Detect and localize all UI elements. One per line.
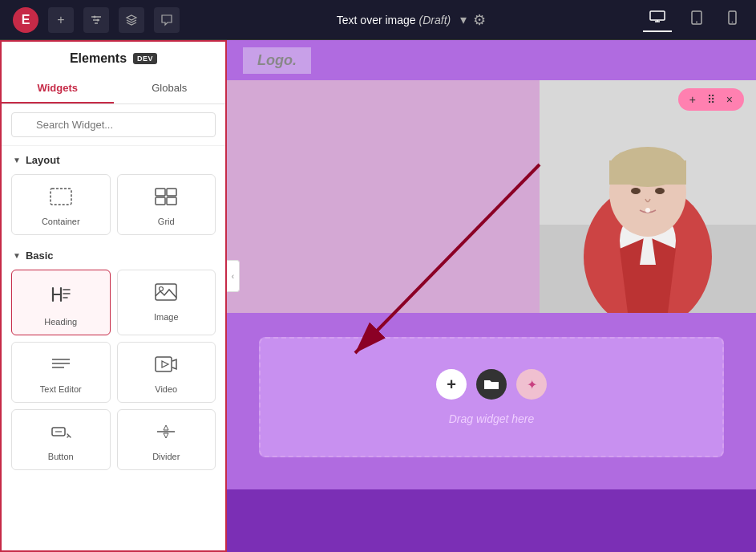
topbar-right <box>643 7 743 32</box>
svg-rect-13 <box>51 189 71 205</box>
sidebar-collapse-toggle[interactable]: ‹ <box>227 260 240 292</box>
layers-icon <box>125 14 138 26</box>
drag-folder-button[interactable] <box>476 369 507 400</box>
sidebar-title: Elements <box>70 51 127 66</box>
widget-text-editor[interactable]: Text Editor <box>11 342 111 403</box>
button-icon <box>50 423 72 445</box>
svg-point-3 <box>94 15 96 18</box>
canvas-image-area <box>227 80 756 313</box>
search-container: 🔍 <box>2 104 225 146</box>
sidebar-header: Elements DEV <box>2 42 225 66</box>
filters-icon <box>90 14 103 26</box>
add-button[interactable]: + <box>48 7 74 33</box>
dev-badge: DEV <box>133 53 157 64</box>
section-close-button[interactable]: × <box>723 91 736 108</box>
widget-image[interactable]: Image <box>117 270 216 335</box>
image-icon <box>155 283 177 306</box>
svg-point-40 <box>645 208 650 213</box>
svg-point-38 <box>631 188 641 194</box>
mobile-icon <box>728 10 737 25</box>
drag-sparkle-button[interactable]: ✦ <box>516 369 547 400</box>
divider-label: Divider <box>152 452 180 461</box>
text-editor-icon <box>50 355 72 378</box>
basic-widgets-grid: Heading Image <box>2 266 225 477</box>
canvas-top-section <box>227 80 756 313</box>
chat-icon <box>160 14 173 26</box>
svg-point-39 <box>655 188 665 194</box>
layout-widgets-grid: Container Grid <box>2 171 225 242</box>
grid-icon <box>155 188 177 210</box>
tablet-icon <box>691 10 702 25</box>
section-grid-button[interactable]: ⠿ <box>704 91 718 108</box>
canvas-area: Logo. + ⠿ × <box>227 40 756 552</box>
section-basic-label: Basic <box>26 250 54 262</box>
drag-add-button[interactable]: + <box>436 369 467 400</box>
container-icon <box>50 188 72 210</box>
section-layout-label: Layout <box>26 154 60 166</box>
basic-caret: ▼ <box>13 251 21 260</box>
topbar-left: E + <box>13 7 180 33</box>
video-label: Video <box>155 384 177 394</box>
widget-heading[interactable]: Heading <box>11 270 111 335</box>
section-add-button[interactable]: + <box>686 91 699 108</box>
desktop-view-button[interactable] <box>643 7 672 32</box>
svg-rect-18 <box>156 284 176 300</box>
svg-rect-14 <box>156 189 165 196</box>
svg-point-10 <box>696 22 697 23</box>
section-basic-header[interactable]: ▼ Basic <box>2 242 225 266</box>
tab-globals[interactable]: Globals <box>114 74 226 104</box>
button-label: Button <box>48 452 74 461</box>
svg-point-4 <box>97 18 99 21</box>
text-editor-label: Text Editor <box>40 384 82 394</box>
widgets-scroll: ▼ Layout Container <box>2 146 225 550</box>
drag-controls: + ✦ <box>436 369 547 400</box>
svg-rect-37 <box>609 160 686 185</box>
widget-divider[interactable]: Divider <box>117 409 216 470</box>
drag-widget-area[interactable]: + ✦ Drag widget here <box>259 337 724 457</box>
logo-text: Logo. <box>243 47 311 74</box>
sidebar-tabs: Widgets Globals <box>2 74 225 104</box>
folder-icon <box>483 378 499 391</box>
main-layout: Elements DEV Widgets Globals 🔍 ▼ Layout <box>0 40 756 552</box>
tablet-view-button[interactable] <box>685 7 709 32</box>
filters-button[interactable] <box>83 7 109 33</box>
svg-rect-6 <box>650 11 665 20</box>
widget-video[interactable]: Video <box>117 342 216 403</box>
image-label: Image <box>154 312 179 322</box>
heading-label: Heading <box>44 317 77 327</box>
topbar: E + Text over image <box>0 0 756 40</box>
svg-marker-28 <box>164 425 168 430</box>
grid-label: Grid <box>158 217 175 226</box>
person-illustration <box>540 80 756 313</box>
svg-marker-24 <box>162 361 168 367</box>
desktop-icon <box>649 10 665 23</box>
section-layout-header[interactable]: ▼ Layout <box>2 146 225 171</box>
svg-point-19 <box>160 287 164 291</box>
title-caret[interactable]: ▾ <box>460 12 467 27</box>
page-title-text: Text over image <box>337 14 416 26</box>
search-input[interactable] <box>11 112 216 137</box>
topbar-center: Text over image (Draft) ▾ ⚙ <box>180 11 643 29</box>
svg-rect-15 <box>167 189 176 196</box>
svg-point-12 <box>732 22 734 23</box>
canvas: Logo. + ⠿ × <box>227 40 756 552</box>
chat-button[interactable] <box>154 7 180 33</box>
layers-button[interactable] <box>119 7 144 33</box>
sidebar: Elements DEV Widgets Globals 🔍 ▼ Layout <box>0 40 227 552</box>
divider-icon <box>155 423 177 445</box>
drag-widget-text: Drag widget here <box>449 412 535 425</box>
settings-button[interactable]: ⚙ <box>473 11 486 29</box>
elementor-logo[interactable]: E <box>13 7 38 33</box>
widget-grid[interactable]: Grid <box>117 174 216 235</box>
canvas-bottom-section: + ✦ Drag widget here <box>227 313 756 489</box>
container-label: Container <box>42 217 80 226</box>
svg-marker-29 <box>164 433 168 438</box>
widget-button[interactable]: Button <box>11 409 111 470</box>
svg-rect-17 <box>167 197 176 205</box>
tab-widgets[interactable]: Widgets <box>2 74 114 104</box>
widget-container[interactable]: Container <box>11 174 111 235</box>
page-title: Text over image (Draft) <box>337 14 451 26</box>
mobile-view-button[interactable] <box>722 7 743 32</box>
heading-icon <box>50 283 72 310</box>
canvas-header: Logo. <box>227 40 756 80</box>
